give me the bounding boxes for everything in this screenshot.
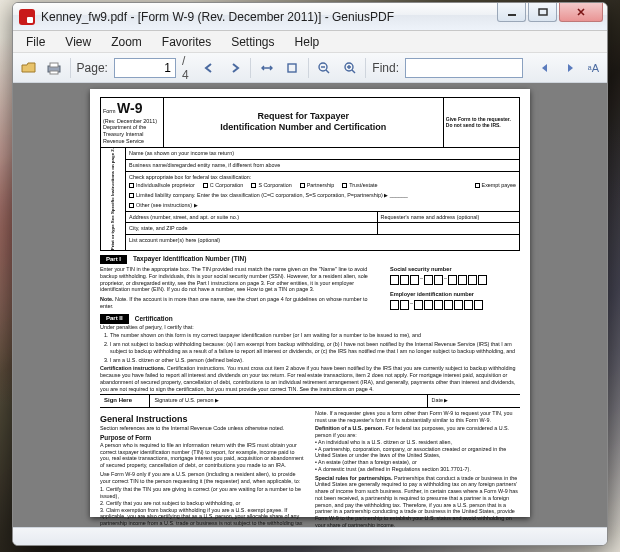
- close-button[interactable]: [559, 3, 603, 22]
- match-case-icon[interactable]: aA: [586, 57, 601, 79]
- statusbar: [13, 527, 607, 545]
- zoom-in-icon[interactable]: [340, 57, 359, 79]
- menubar: File View Zoom Favorites Settings Help: [13, 31, 607, 53]
- open-icon[interactable]: [19, 57, 38, 79]
- prev-page-icon[interactable]: [200, 57, 219, 79]
- form-title-1: Request for Taxpayer: [167, 111, 440, 122]
- print-icon[interactable]: [44, 57, 63, 79]
- pdf-page: Form W-9 (Rev. December 2011) Department…: [90, 89, 530, 517]
- svg-rect-5: [288, 64, 296, 72]
- separator: [250, 58, 251, 78]
- separator: [365, 58, 366, 78]
- form-header: Form W-9 (Rev. December 2011) Department…: [100, 97, 520, 148]
- next-page-icon[interactable]: [225, 57, 244, 79]
- svg-rect-0: [508, 14, 516, 16]
- page-input[interactable]: [114, 58, 176, 78]
- menu-file[interactable]: File: [17, 32, 54, 52]
- menu-view[interactable]: View: [56, 32, 100, 52]
- maximize-button[interactable]: [528, 3, 557, 22]
- svg-rect-4: [50, 71, 58, 74]
- app-icon: [19, 9, 35, 25]
- toolbar: Page: / 4 Find: aA: [13, 53, 607, 83]
- menu-settings[interactable]: Settings: [222, 32, 283, 52]
- separator: [308, 58, 309, 78]
- page-label: Page:: [77, 61, 108, 75]
- titlebar[interactable]: Kenney_fw9.pdf - [Form W-9 (Rev. Decembe…: [13, 3, 607, 31]
- separator: [70, 58, 71, 78]
- fit-width-icon[interactable]: [257, 57, 276, 79]
- app-window: Kenney_fw9.pdf - [Form W-9 (Rev. Decembe…: [12, 2, 608, 546]
- fit-page-icon[interactable]: [283, 57, 302, 79]
- find-input[interactable]: [405, 58, 523, 78]
- find-label: Find:: [372, 61, 399, 75]
- zoom-out-icon[interactable]: [315, 57, 334, 79]
- minimize-button[interactable]: [497, 3, 526, 22]
- page-total: / 4: [182, 54, 194, 82]
- svg-rect-3: [50, 63, 58, 67]
- find-next-icon[interactable]: [560, 57, 579, 79]
- form-title-2: Identification Number and Certification: [167, 122, 440, 133]
- svg-rect-1: [539, 9, 547, 15]
- document-viewport[interactable]: Form W-9 (Rev. December 2011) Department…: [13, 83, 607, 527]
- menu-help[interactable]: Help: [286, 32, 329, 52]
- menu-zoom[interactable]: Zoom: [102, 32, 151, 52]
- find-prev-icon[interactable]: [535, 57, 554, 79]
- menu-favorites[interactable]: Favorites: [153, 32, 220, 52]
